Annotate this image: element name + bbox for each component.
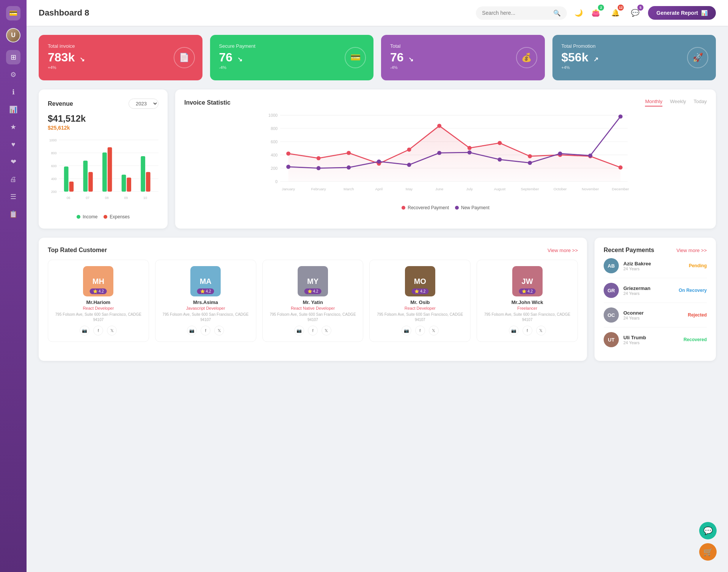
payment-item-ulitrumb: UT Uli Trumb 24 Years Recovered [604,328,707,352]
svg-point-39 [317,156,321,160]
sidebar-item-star[interactable]: ★ [6,120,20,134]
svg-text:400: 400 [271,153,278,157]
recovered-dot [402,206,405,210]
chat-icon: 💬 [631,9,639,17]
facebook-icon-yatin[interactable]: f [308,326,318,335]
payment-status-oconner: Rejected [688,312,707,318]
search-input[interactable] [482,10,553,16]
sidebar-item-favorites[interactable]: ♥ [6,137,20,152]
svg-text:800: 800 [51,151,57,155]
customer-img-osib: MO ⭐ 4.2 [405,266,435,296]
twitter-icon-johnwick[interactable]: 𝕏 [536,326,546,335]
header-actions: 🌙 👛 2 🔔 12 💬 5 Generate Report 📊 [574,6,716,20]
top-rated-view-more[interactable]: View more >> [548,248,578,253]
svg-point-56 [468,150,472,155]
payments-list: AB Aziz Bakree 24 Years Pending GR [604,254,707,352]
message-badge: 5 [637,5,643,11]
sidebar-item-print[interactable]: 🖨 [6,172,20,186]
svg-point-44 [468,146,472,150]
customer-img-hariom: MH ⭐ 4.2 [83,266,113,296]
float-support-button[interactable]: 💬 [699,522,717,539]
notifications-button[interactable]: 🔔 12 [609,6,622,20]
messages-button[interactable]: 💬 5 [628,6,642,20]
sidebar-item-info[interactable]: ℹ [6,85,20,99]
svg-text:0: 0 [275,179,278,184]
payment-avatar-aziz: AB [604,258,619,273]
facebook-icon-asima[interactable]: f [201,326,210,335]
svg-point-52 [347,165,351,169]
stat-card-invoice: Total invoice 783k ↘ +4% 📄 [39,35,202,80]
recent-payments-title: Recent Payments [604,247,654,254]
sidebar-item-settings[interactable]: ⚙ [6,67,20,82]
customer-img-johnwick: JW ⭐ 4.2 [512,266,543,296]
svg-rect-12 [83,161,88,192]
svg-point-43 [437,124,441,128]
tab-monthly[interactable]: Monthly [645,99,662,107]
svg-point-46 [528,154,532,158]
payment-avatar-griezerman: GR [604,283,619,298]
svg-text:1000: 1000 [49,138,57,142]
wallet-button[interactable]: 👛 2 [589,6,602,20]
dark-mode-toggle[interactable]: 🌙 [574,9,583,17]
revenue-title: Revenue [48,100,73,107]
sidebar-item-analytics[interactable]: 📊 [6,102,20,117]
instagram-icon-asima[interactable]: 📷 [187,326,197,335]
instagram-icon-osib[interactable]: 📷 [402,326,411,335]
facebook-icon-hariom[interactable]: f [93,326,103,335]
svg-point-38 [286,152,290,156]
instagram-icon-hariom[interactable]: 📷 [80,326,89,335]
total-value: 76 ↘ [390,50,536,64]
svg-text:January: January [282,187,295,191]
svg-rect-14 [102,152,107,191]
svg-text:600: 600 [271,139,278,144]
sidebar-item-list[interactable]: 📋 [6,207,20,221]
svg-rect-16 [122,175,126,192]
sidebar-logo[interactable]: 💳 [6,6,20,20]
svg-text:1000: 1000 [268,113,278,118]
recovered-payment-legend: Recovered Payment [402,205,449,210]
recent-payments-header: Recent Payments View more >> [604,247,707,254]
sidebar-item-menu[interactable]: ☰ [6,190,20,204]
float-cart-button[interactable]: 🛒 [699,543,717,561]
sidebar-item-dashboard[interactable]: ⊞ [6,50,20,64]
instagram-icon-yatin[interactable]: 📷 [294,326,304,335]
rating-badge-johnwick: ⭐ 4.2 [519,288,536,294]
payment-item-oconner: OC Oconner 24 Years Rejected [604,303,707,328]
promotion-change: +4% [562,65,707,70]
tab-weekly[interactable]: Weekly [670,99,686,107]
payment-avatar-ulitrumb: UT [604,332,619,347]
promotion-label: Total Promotion [562,43,707,49]
recent-payments-view-more[interactable]: View more >> [676,248,707,253]
customer-address-osib: 795 Folsom Ave, Suite 600 San Francisco,… [374,312,466,323]
invoice-line-chart: 1000 800 600 400 200 0 [184,111,707,210]
invoice-header: Invoice Statistic Monthly Weekly Today [184,99,707,107]
sidebar: 💳 U ⊞ ⚙ ℹ 📊 ★ ♥ ❤ 🖨 ☰ 📋 [0,0,27,572]
stat-card-total: Total 76 ↘ -4% 💰 [381,35,545,80]
svg-text:800: 800 [271,126,278,131]
sidebar-item-likes[interactable]: ❤ [6,155,20,169]
svg-text:08: 08 [105,196,109,200]
svg-rect-18 [141,156,145,191]
customer-card-yatin: MY ⭐ 4.2 Mr. Yatin React Native Develope… [262,260,364,342]
year-select[interactable]: 2023 2022 2021 [129,99,158,109]
search-bar[interactable]: 🔍 [476,6,567,20]
customer-role-johnwick: Freelancer [482,306,573,310]
invoice-change: +4% [48,65,193,70]
secure-payment-label: Secure Payment [219,43,365,49]
payment-info-aziz: Aziz Bakree 24 Years [623,261,684,271]
float-buttons: 💬 🛒 [699,522,717,561]
twitter-icon-asima[interactable]: 𝕏 [214,326,224,335]
facebook-icon-osib[interactable]: f [415,326,425,335]
tab-today[interactable]: Today [693,99,707,107]
twitter-icon-osib[interactable]: 𝕏 [429,326,439,335]
instagram-icon-johnwick[interactable]: 📷 [509,326,519,335]
payment-info-ulitrumb: Uli Trumb 24 Years [623,335,679,345]
revenue-amount: $41,512k [48,113,158,124]
facebook-icon-johnwick[interactable]: f [522,326,532,335]
twitter-icon-yatin[interactable]: 𝕏 [322,326,331,335]
secure-payment-icon: 💳 [345,47,366,68]
twitter-icon-hariom[interactable]: 𝕏 [107,326,117,335]
total-change: -4% [390,65,536,70]
generate-report-button[interactable]: Generate Report 📊 [648,6,716,20]
avatar[interactable]: U [6,28,20,42]
